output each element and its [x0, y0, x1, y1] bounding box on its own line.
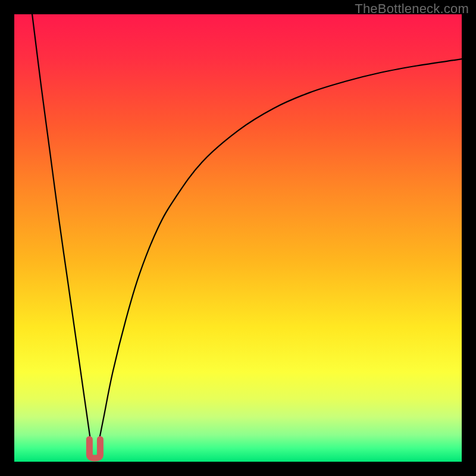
bottleneck-chart	[14, 14, 462, 462]
watermark-text: TheBottleneck.com	[355, 1, 469, 17]
gradient-background	[14, 14, 462, 462]
chart-frame	[14, 14, 462, 462]
